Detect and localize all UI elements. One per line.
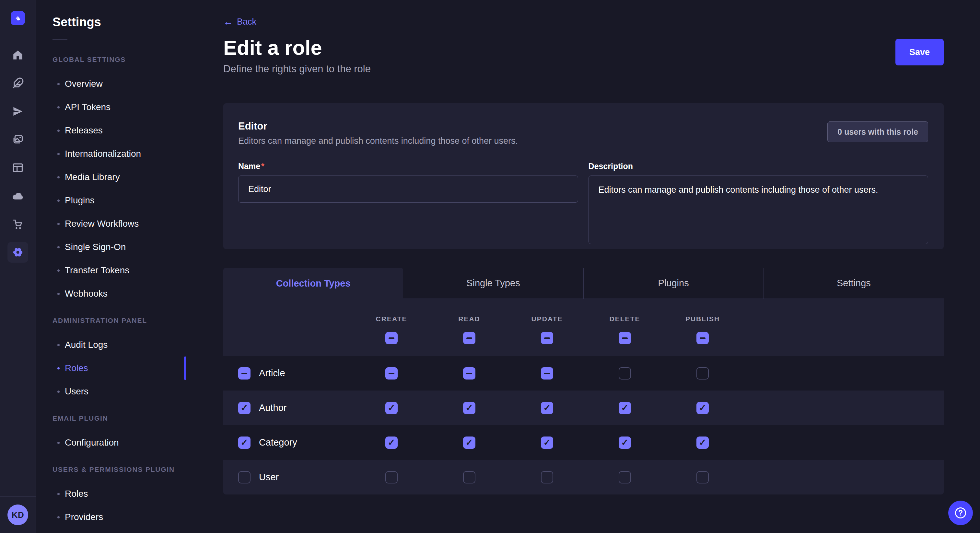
tab-single-types[interactable]: Single Types	[403, 268, 583, 299]
category-delete-checkbox[interactable]	[619, 436, 631, 449]
article-update-checkbox[interactable]	[541, 367, 553, 379]
sidebar-item-releases[interactable]: Releases	[36, 119, 186, 142]
sidebar-item-configuration[interactable]: Configuration	[36, 431, 186, 454]
nav-home[interactable]	[8, 45, 28, 65]
row-checkbox-author[interactable]	[238, 402, 250, 414]
select-all-create-checkbox[interactable]	[385, 332, 398, 344]
name-input[interactable]	[238, 176, 578, 203]
article-publish-checkbox[interactable]	[697, 367, 709, 379]
sidebar-item-internationalization[interactable]: Internationalization	[36, 142, 186, 165]
column-header-delete: DELETE	[609, 315, 640, 323]
category-create-checkbox[interactable]	[385, 436, 398, 449]
back-link-label: Back	[237, 16, 256, 27]
section-label-users-permissions-plugin: USERS & PERMISSIONS PLUGIN	[52, 465, 186, 474]
sidebar-item-plugins[interactable]: Plugins	[36, 189, 186, 212]
layout-window-icon	[12, 162, 24, 174]
article-read-checkbox[interactable]	[463, 367, 476, 379]
feather-icon	[12, 77, 24, 89]
strapi-logo-icon	[13, 14, 22, 23]
column-header-read: READ	[458, 315, 480, 323]
bullet-dot-icon	[57, 344, 60, 346]
subnav-divider	[52, 39, 67, 40]
tab-collection-types[interactable]: Collection Types	[223, 268, 403, 299]
author-delete-checkbox[interactable]	[619, 402, 631, 414]
description-field-label: Description	[589, 162, 633, 171]
nav-cloud[interactable]	[8, 186, 28, 206]
help-button[interactable]: ?	[948, 501, 973, 525]
select-all-update-checkbox[interactable]	[541, 332, 553, 344]
author-publish-checkbox[interactable]	[697, 402, 709, 414]
author-update-checkbox[interactable]	[541, 402, 553, 414]
row-checkbox-category[interactable]	[238, 436, 250, 449]
select-all-delete-checkbox[interactable]	[619, 332, 631, 344]
sidebar-item-users[interactable]: Users	[36, 380, 186, 403]
user-update-checkbox[interactable]	[541, 471, 553, 484]
sidebar-item-single-sign-on[interactable]: Single Sign-On	[36, 235, 186, 259]
gear-icon	[11, 246, 24, 259]
back-link[interactable]: ← Back	[223, 16, 256, 27]
user-delete-checkbox[interactable]	[619, 471, 631, 484]
sidebar-item-audit-logs[interactable]: Audit Logs	[36, 333, 186, 357]
author-create-checkbox[interactable]	[385, 402, 398, 414]
select-all-read-checkbox[interactable]	[463, 332, 476, 344]
column-header-update: UPDATE	[531, 315, 563, 323]
active-item-indicator	[184, 357, 186, 380]
user-create-checkbox[interactable]	[385, 471, 398, 484]
bullet-dot-icon	[57, 223, 60, 225]
back-arrow-icon: ←	[223, 17, 233, 27]
bullet-dot-icon	[57, 130, 60, 132]
user-read-checkbox[interactable]	[463, 471, 476, 484]
nav-media-library[interactable]	[8, 129, 28, 150]
sidebar-item-up-roles[interactable]: Roles	[36, 482, 186, 506]
sidebar-item-transfer-tokens[interactable]: Transfer Tokens	[36, 259, 186, 282]
name-field-group: Name*	[238, 161, 578, 246]
user-avatar[interactable]: KD	[8, 504, 28, 525]
nav-marketplace[interactable]	[8, 214, 28, 235]
nav-settings[interactable]	[8, 242, 28, 263]
permission-row-user: User	[223, 460, 944, 495]
bullet-dot-icon	[57, 246, 60, 248]
permission-row-category: Category	[223, 425, 944, 460]
section-label-email-plugin: EMAIL PLUGIN	[52, 414, 186, 423]
name-field-label: Name	[238, 162, 260, 171]
sidebar-item-media-library[interactable]: Media Library	[36, 165, 186, 189]
users-with-role-badge[interactable]: 0 users with this role	[827, 121, 928, 142]
category-update-checkbox[interactable]	[541, 436, 553, 449]
bullet-dot-icon	[57, 516, 60, 519]
sidebar-item-roles-active[interactable]: Roles	[36, 357, 186, 380]
row-checkbox-article[interactable]	[238, 367, 250, 379]
row-label-author: Author	[250, 403, 353, 413]
sidebar-item-review-workflows[interactable]: Review Workflows	[36, 212, 186, 235]
role-details-card: Editor Editors can manage and publish co…	[223, 103, 944, 249]
main-nav-rail: KD	[0, 0, 36, 533]
category-publish-checkbox[interactable]	[697, 436, 709, 449]
permission-row-article: Article	[223, 356, 944, 390]
save-button[interactable]: Save	[896, 39, 944, 65]
description-textarea[interactable]: Editors can manage and publish contents …	[589, 176, 929, 244]
row-checkbox-user[interactable]	[238, 471, 250, 484]
sidebar-item-webhooks[interactable]: Webhooks	[36, 282, 186, 305]
select-all-publish-checkbox[interactable]	[697, 332, 709, 344]
role-card-title: Editor	[238, 120, 928, 132]
article-create-checkbox[interactable]	[385, 367, 398, 379]
row-label-article: Article	[250, 368, 353, 379]
sidebar-item-providers[interactable]: Providers	[36, 506, 186, 529]
description-field-group: Description Editors can manage and publi…	[589, 161, 929, 246]
nav-deploy[interactable]	[8, 101, 28, 122]
sidebar-item-overview[interactable]: Overview	[36, 72, 186, 95]
section-label-administration-panel: ADMINISTRATION PANEL	[52, 316, 186, 325]
nav-content-type-builder[interactable]	[8, 157, 28, 178]
user-publish-checkbox[interactable]	[697, 471, 709, 484]
nav-content-manager[interactable]	[8, 73, 28, 94]
sidebar-item-api-tokens[interactable]: API Tokens	[36, 95, 186, 119]
tab-plugins[interactable]: Plugins	[583, 268, 764, 299]
bullet-dot-icon	[57, 293, 60, 295]
tab-settings[interactable]: Settings	[764, 268, 944, 299]
author-read-checkbox[interactable]	[463, 402, 476, 414]
article-delete-checkbox[interactable]	[619, 367, 631, 379]
strapi-logo[interactable]	[11, 11, 25, 25]
home-icon	[12, 49, 24, 61]
bullet-dot-icon	[57, 153, 60, 155]
category-read-checkbox[interactable]	[463, 436, 476, 449]
column-header-create: CREATE	[376, 315, 407, 323]
